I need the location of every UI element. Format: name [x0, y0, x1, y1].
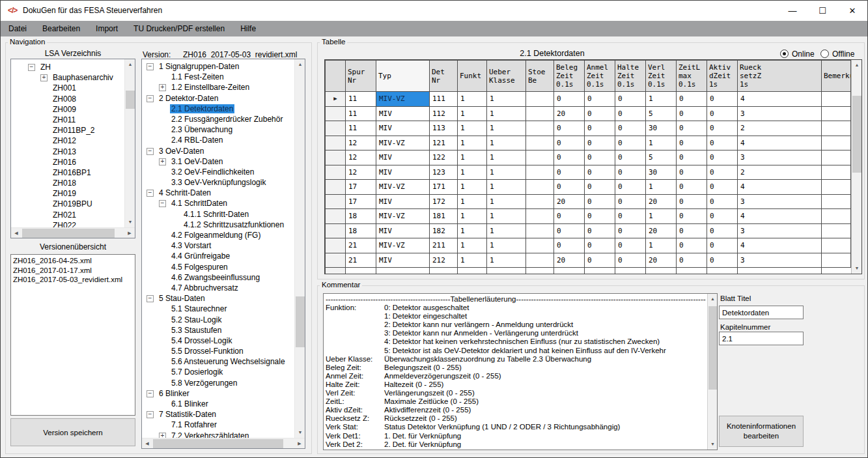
version-tree-node[interactable]: 2.2 Fussgängerdrücker Zubehör [142, 114, 305, 124]
blatt-titel-input[interactable] [719, 306, 804, 319]
grid-cell[interactable]: 1 [458, 150, 487, 165]
grid-cell[interactable]: 0 [585, 121, 615, 136]
grid-cell[interactable]: 0 [615, 165, 646, 180]
grid-cell[interactable]: 0 [707, 209, 738, 224]
scroll-up-icon[interactable]: ▲ [852, 60, 862, 70]
collapse-icon[interactable]: − [147, 148, 154, 155]
grid-row-header[interactable] [326, 136, 346, 150]
grid-cell[interactable]: 1 [646, 136, 677, 150]
grid-cell[interactable]: 0 [677, 136, 707, 150]
grid-cell[interactable]: MIV [376, 165, 430, 180]
grid-cell[interactable]: 3 [738, 223, 822, 238]
grid-cell[interactable]: 2 [738, 165, 822, 180]
grid-cell[interactable]: 17 [346, 194, 376, 209]
grid-column-header[interactable]: Funkt [458, 61, 487, 92]
grid-column-header[interactable]: Anmel Zeit 0.1s [585, 61, 615, 92]
lsa-tree-vscrollbar[interactable]: ▲ ▼ [124, 59, 135, 227]
grid-vscrollbar[interactable]: ▲ ▼ [851, 60, 861, 274]
grid-cell[interactable]: 1 [487, 150, 526, 165]
current-row-arrow-icon[interactable]: ▶ [326, 92, 346, 107]
grid-cell[interactable]: 4 [738, 180, 822, 195]
grid-cell[interactable]: 0 [707, 150, 738, 165]
grid-cell[interactable]: 0 [585, 253, 615, 268]
grid-cell[interactable]: 172 [430, 194, 458, 209]
lsa-tree-node[interactable]: ZH019BPU [11, 199, 135, 209]
grid-cell[interactable] [346, 268, 376, 275]
grid-cell[interactable]: 0 [677, 238, 707, 253]
scroll-up-icon[interactable]: ▲ [125, 59, 135, 70]
scroll-left-icon[interactable]: ◀ [142, 438, 152, 449]
grid-cell[interactable]: 0 [707, 165, 738, 180]
grid-cell[interactable]: 20 [554, 106, 585, 121]
version-tree-node[interactable]: 5.5 Drossel-Funktion [142, 346, 305, 356]
grid-cell[interactable]: MIV-VZ [376, 238, 430, 253]
version-tree-vscrollbar[interactable]: ▲ ▼ [294, 59, 305, 438]
grid-column-header[interactable]: Verl Zeit 0.1s [646, 61, 677, 92]
collapse-icon[interactable]: − [147, 95, 154, 102]
grid-cell[interactable] [822, 106, 851, 121]
grid-cell[interactable]: 0 [707, 106, 738, 121]
expand-icon[interactable]: + [159, 158, 166, 165]
version-tree-node[interactable]: 4.2 Folgeanmeldung (FG) [142, 230, 305, 240]
lsa-tree-node[interactable]: ZH011BP_2 [11, 125, 135, 136]
online-radio-label[interactable]: Online [792, 50, 815, 59]
collapse-icon[interactable]: − [147, 190, 154, 197]
grid-cell[interactable]: 0 [615, 223, 646, 238]
grid-cell[interactable] [430, 268, 458, 275]
collapse-icon[interactable]: − [147, 411, 154, 418]
grid-cell[interactable] [822, 194, 851, 209]
grid-cell[interactable] [822, 209, 851, 224]
grid-row-header[interactable] [326, 106, 346, 121]
grid-vscroll-thumb[interactable] [852, 96, 861, 173]
collapse-icon[interactable]: − [147, 390, 154, 397]
version-tree-node[interactable]: −4.1 SchrittDaten [142, 198, 305, 208]
grid-cell[interactable]: 18 [346, 209, 376, 224]
grid-cell[interactable]: MIV-VZ [376, 209, 430, 224]
grid-cell[interactable]: 0 [585, 106, 615, 121]
grid-cell[interactable]: 1 [646, 209, 677, 224]
grid-column-header[interactable]: Rueck setzZ 1s [738, 61, 822, 92]
grid-cell[interactable]: 3 [738, 253, 822, 268]
grid-column-header[interactable]: Stoe Be [526, 61, 554, 92]
grid-cell[interactable]: MIV [376, 106, 430, 121]
version-tree-node[interactable]: −2 Detektor-Daten [142, 93, 305, 104]
grid-column-header[interactable]: Bemerkungen [822, 61, 851, 92]
menu-item-1[interactable]: Bearbeiten [35, 21, 88, 36]
online-radio[interactable] [780, 50, 789, 58]
save-version-button[interactable]: Version speichern [10, 418, 135, 446]
grid-cell[interactable]: 4 [738, 136, 822, 150]
grid-cell[interactable]: 1 [487, 253, 526, 268]
grid-cell[interactable]: 0 [554, 238, 585, 253]
lsa-tree-node[interactable]: ZH013 [11, 147, 135, 157]
version-tree-node[interactable]: 6.1 Blinker [142, 399, 305, 409]
grid-cell[interactable] [822, 165, 851, 180]
grid-cell[interactable]: 0 [554, 136, 585, 150]
grid-cell[interactable]: 1 [458, 223, 487, 238]
grid-cell[interactable]: 20 [646, 194, 677, 209]
grid-cell[interactable]: 0 [677, 92, 707, 107]
grid-cell[interactable]: 0 [615, 253, 646, 268]
grid-cell[interactable]: 0 [554, 92, 585, 107]
grid-cell[interactable]: 1 [458, 106, 487, 121]
grid-cell[interactable]: 1 [458, 238, 487, 253]
grid-cell[interactable]: 1 [487, 165, 526, 180]
grid-cell[interactable]: 211 [430, 238, 458, 253]
grid-cell[interactable]: 0 [585, 180, 615, 195]
comment-textbox[interactable]: ----------------------------------------… [323, 293, 718, 450]
collapse-icon[interactable]: − [147, 295, 154, 302]
lsa-tree-node[interactable]: −ZH [11, 62, 135, 72]
grid-cell[interactable] [376, 268, 430, 275]
version-tree-hscrollbar[interactable]: ◀ ▶ [142, 438, 305, 448]
version-tree-node[interactable]: 2.1 Detektordaten [142, 104, 305, 114]
grid-cell[interactable] [677, 268, 707, 275]
grid-row-header[interactable] [326, 209, 346, 224]
grid-column-header[interactable]: Halte Zeit 0.1s [615, 61, 646, 92]
grid-cell[interactable]: 1 [458, 92, 487, 107]
grid-cell[interactable]: 12 [346, 165, 376, 180]
grid-cell[interactable]: 0 [554, 165, 585, 180]
grid-cell[interactable]: 5 [646, 150, 677, 165]
grid-cell[interactable]: 0 [707, 136, 738, 150]
close-button[interactable]: ✕ [837, 1, 867, 21]
grid-cell[interactable]: 1 [487, 121, 526, 136]
menu-item-2[interactable]: Import [88, 21, 126, 36]
